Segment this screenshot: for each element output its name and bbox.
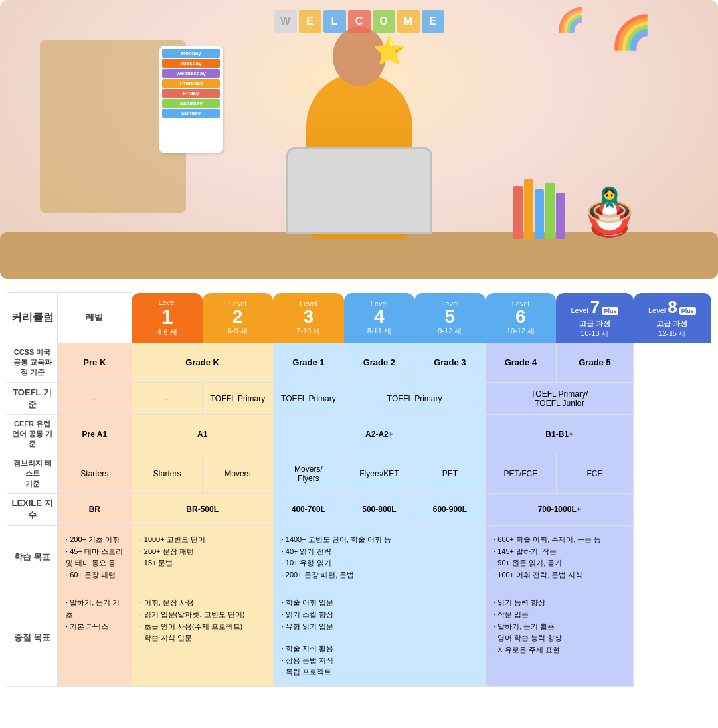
level4-lexile: 400-700L xyxy=(273,494,344,526)
level2-age: 6-9 세 xyxy=(205,326,271,336)
star-decoration: ⭐ xyxy=(373,35,406,66)
row-label-goals: 학습 목표 xyxy=(7,526,58,589)
level4-6-focus: 학술 어휘 입문 읽기 스킬 향상 유형 읽기 입문 학술 지식 활용 상용 문… xyxy=(273,589,486,687)
toy-character: 🪆 xyxy=(581,185,638,239)
level3-age: 7-10 세 xyxy=(276,326,341,336)
level1-toefl: - xyxy=(58,382,132,414)
welcome-letter-m: M xyxy=(397,10,420,33)
level8-cambridge: FCE xyxy=(556,454,634,493)
level4-header: Level 4 8-11 세 xyxy=(344,293,415,343)
row-label-cambridge: 캠브리지 테스트기준 xyxy=(7,454,58,493)
level6-lexile: 600-900L xyxy=(414,494,486,526)
welcome-letter-l: L xyxy=(323,10,346,33)
level2-3-cefr: A1 xyxy=(132,414,273,454)
welcome-letter-e2: E xyxy=(422,10,444,33)
level7-age: 10-13 세 xyxy=(559,329,631,339)
row-label-focus: 중점 목표 xyxy=(7,589,58,687)
level1-lexile: BR xyxy=(58,494,132,526)
focus-row: 중점 목표 말하기, 듣기 기초 기본 파닉스 어휘, 문장 사용 읽기 입문(… xyxy=(7,589,711,687)
level8-sublabel: 고급 과정 xyxy=(636,319,708,329)
level7-8-goals: 600+ 학술 어휘, 주제어, 구문 등 145+ 말하기, 작문 90+ 원… xyxy=(486,526,634,589)
level4-age: 8-11 세 xyxy=(347,326,412,336)
level4-6-cefr: A2-A2+ xyxy=(273,414,486,454)
cambridge-row: 캠브리지 테스트기준 Starters Starters Movers Move… xyxy=(7,454,711,493)
ccss-row: CCSS 미국 공통 교육과정 기준 Pre K Grade K Grade 1… xyxy=(7,343,711,382)
level6-number: 6 xyxy=(488,308,554,326)
level2-3-focus: 어휘, 문장 사용 읽기 입문(알파벳, 고빈도 단어) 초급 언어 사용(주제… xyxy=(132,589,273,687)
level7-8-focus: 읽기 능력 향상 작문 입문 말하기, 듣기 활용 영어 학습 능력 향상 자유… xyxy=(486,589,634,687)
level5-age: 9-12 세 xyxy=(417,326,483,336)
welcome-letter-w: W xyxy=(274,10,297,33)
level3-number: 3 xyxy=(276,308,341,326)
level8-label: Level 8 Plus xyxy=(636,297,708,318)
row-label-toefl: TOEFL 기준 xyxy=(7,382,58,414)
level7-8-lexile: 700-1000L+ xyxy=(486,494,634,526)
goals-row: 학습 목표 200+ 기초 어휘 45+ 테마 스토리 및 테마 동요 등 60… xyxy=(7,526,711,589)
level1-number: 1 xyxy=(135,306,200,327)
rainbow-decoration-1: 🌈 xyxy=(610,13,652,52)
books xyxy=(513,179,565,239)
desk xyxy=(0,232,718,279)
welcome-letter-e: E xyxy=(299,10,321,33)
level-header-row: 커리큘럼 레벨 Level 1 4-6 세 Level 2 6-9 세 Leve… xyxy=(7,293,711,343)
level4-toefl: TOEFL Primary xyxy=(273,382,344,414)
row-label-lexile: LEXILE 지수 xyxy=(7,494,58,526)
level7-8-toefl: TOEFL Primary/TOEFL Junior xyxy=(486,382,634,414)
level2-cambridge: Starters xyxy=(132,454,203,493)
hero-section: W E L C O M E Monday Tuesday Wednesday T… xyxy=(0,0,718,279)
level5-6-toefl: TOEFL Primary xyxy=(344,382,486,414)
row-label-ccss: CCSS 미국 공통 교육과정 기준 xyxy=(7,343,58,382)
level3-header: Level 3 7-10 세 xyxy=(273,293,344,343)
level7-cambridge: PET/FCE xyxy=(486,454,557,493)
curriculum-table: 커리큘럼 레벨 Level 1 4-6 세 Level 2 6-9 세 Leve… xyxy=(7,292,711,687)
welcome-letter-c: C xyxy=(348,10,371,33)
level8-header: Level 8 Plus 고급 과정 12-15 세 xyxy=(634,293,711,343)
row-label-cefr: CEFR 유럽언어 공통 기준 xyxy=(7,414,58,454)
level5-header: Level 5 9-12 세 xyxy=(414,293,486,343)
level4-number: 4 xyxy=(347,308,412,326)
level5-number: 5 xyxy=(417,308,483,326)
level6-cambridge: PET xyxy=(414,454,486,493)
level8-age: 12-15 세 xyxy=(636,329,708,339)
level1-cambridge: Starters xyxy=(58,454,132,493)
level5-cambridge: Flyers/KET xyxy=(344,454,415,493)
level7-sublabel: 고급 과정 xyxy=(559,319,631,329)
level4-cambridge: Movers/Flyers xyxy=(273,454,344,493)
level3-cambridge: Movers xyxy=(203,454,274,493)
welcome-letter-o: O xyxy=(373,10,395,33)
level2-number: 2 xyxy=(205,308,271,326)
level6-ccss: Grade 3 xyxy=(414,343,486,382)
level1-header: Level 1 4-6 세 xyxy=(132,293,203,343)
level8-ccss: Grade 5 xyxy=(556,343,634,382)
level7-header: Level 7 Plus 고급 과정 10-13 세 xyxy=(556,293,634,343)
level1-ccss: Pre K xyxy=(58,343,132,382)
rainbow-decoration-2: 🌈 xyxy=(556,7,585,34)
level4-ccss: Grade 1 xyxy=(273,343,344,382)
level1-age: 4-6 세 xyxy=(135,327,200,337)
level2-header: Level 2 6-9 세 xyxy=(203,293,274,343)
toefl-row: TOEFL 기준 - - TOEFL Primary TOEFL Primary… xyxy=(7,382,711,414)
days-of-week-card: Monday Tuesday Wednesday Thursday Friday… xyxy=(159,46,223,153)
level2-3-ccss: Grade K xyxy=(132,343,273,382)
level1-cefr: Pre A1 xyxy=(58,414,132,454)
level5-ccss: Grade 2 xyxy=(344,343,415,382)
level6-header: Level 6 10-12 세 xyxy=(486,293,557,343)
level7-label: Level 7 Plus xyxy=(559,297,631,318)
level1-goals: 200+ 기초 어휘 45+ 테마 스토리 및 테마 동요 등 60+ 문장 패… xyxy=(58,526,132,589)
level2-3-goals: 1000+ 고빈도 단어 200+ 문장 패턴 15+ 문법 xyxy=(132,526,273,589)
level7-8-cefr: B1-B1+ xyxy=(486,414,634,454)
cefr-row: CEFR 유럽언어 공통 기준 Pre A1 A1 A2-A2+ B1-B1+ xyxy=(7,414,711,454)
level2-toefl: - xyxy=(132,382,203,414)
laptop xyxy=(286,147,432,234)
level2-3-lexile: BR-500L xyxy=(132,494,273,526)
level5-lexile: 500-800L xyxy=(344,494,415,526)
level4-6-goals: 1400+ 고빈도 단어, 학술 어휘 등 40+ 읽기 전략 10+ 유형 읽… xyxy=(273,526,486,589)
curriculum-section: 커리큘럼 레벨 Level 1 4-6 세 Level 2 6-9 세 Leve… xyxy=(0,279,718,700)
curriculum-outer-label: 커리큘럼 xyxy=(7,293,58,343)
row-label-level: 레벨 xyxy=(58,293,132,343)
level6-age: 10-12 세 xyxy=(488,326,554,336)
level7-ccss: Grade 4 xyxy=(486,343,557,382)
lexile-row: LEXILE 지수 BR BR-500L 400-700L 500-800L 6… xyxy=(7,494,711,526)
level1-focus: 말하기, 듣기 기초 기본 파닉스 xyxy=(58,589,132,687)
welcome-banner: W E L C O M E xyxy=(274,10,444,33)
